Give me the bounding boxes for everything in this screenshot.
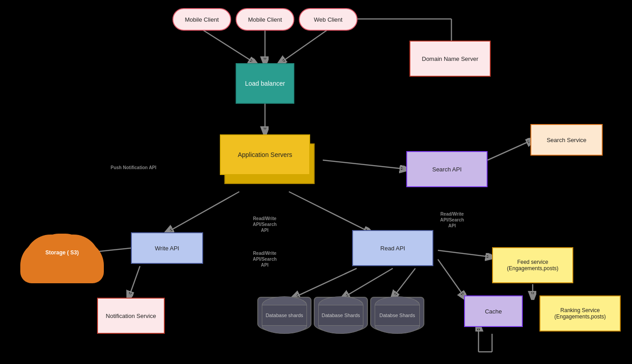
svg-line-16 bbox=[438, 259, 465, 298]
svg-line-13 bbox=[343, 268, 393, 298]
app-servers-node: Application Servers bbox=[220, 134, 310, 175]
notification-service-node: Notification Service bbox=[97, 298, 165, 334]
db-shard-3: Databse Shards bbox=[370, 297, 424, 333]
architecture-diagram: Mobile Client Mobile Client Web Client D… bbox=[0, 0, 632, 364]
write-api-node: Write API bbox=[131, 232, 203, 264]
cache-node: Cache bbox=[464, 295, 523, 327]
search-service-node: Search Service bbox=[530, 124, 603, 156]
push-notification-label: Push Notification API bbox=[111, 165, 156, 170]
search-api-node: Search API bbox=[406, 151, 488, 187]
ranking-service-node: Ranking Service (Engagements,posts) bbox=[539, 295, 621, 332]
read-write-label-1: Read/WriteAPI/SearchAPI bbox=[253, 216, 277, 233]
svg-line-7 bbox=[488, 140, 533, 160]
db-shard-2: Database Shards bbox=[314, 297, 368, 333]
load-balancer-node: Load balancer bbox=[236, 63, 294, 104]
svg-line-15 bbox=[438, 250, 492, 257]
svg-line-6 bbox=[323, 160, 406, 169]
feed-service-node: Feed service (Engagements,posts) bbox=[492, 247, 573, 283]
read-write-label-3: Read/WriteAPI/SearchAPI bbox=[253, 250, 277, 268]
svg-line-8 bbox=[167, 192, 239, 232]
read-api-node: Read API bbox=[352, 230, 433, 266]
svg-line-14 bbox=[393, 268, 415, 298]
mobile-client-1: Mobile Client bbox=[172, 8, 231, 31]
storage-cloud-node: Storage ( S3) bbox=[36, 232, 88, 273]
svg-line-11 bbox=[88, 248, 131, 253]
db-shard-1: Database shards bbox=[257, 297, 311, 333]
web-client: Web Client bbox=[299, 8, 358, 31]
dns-node: Domain Name Server bbox=[409, 41, 491, 77]
svg-line-12 bbox=[293, 268, 357, 298]
svg-line-10 bbox=[129, 266, 140, 298]
svg-line-0 bbox=[202, 29, 255, 63]
svg-line-2 bbox=[280, 29, 328, 63]
mobile-client-2: Mobile Client bbox=[236, 8, 294, 31]
read-write-label-2: Read/WriteAPI/SearchAPI bbox=[440, 211, 464, 229]
svg-line-9 bbox=[289, 192, 370, 232]
